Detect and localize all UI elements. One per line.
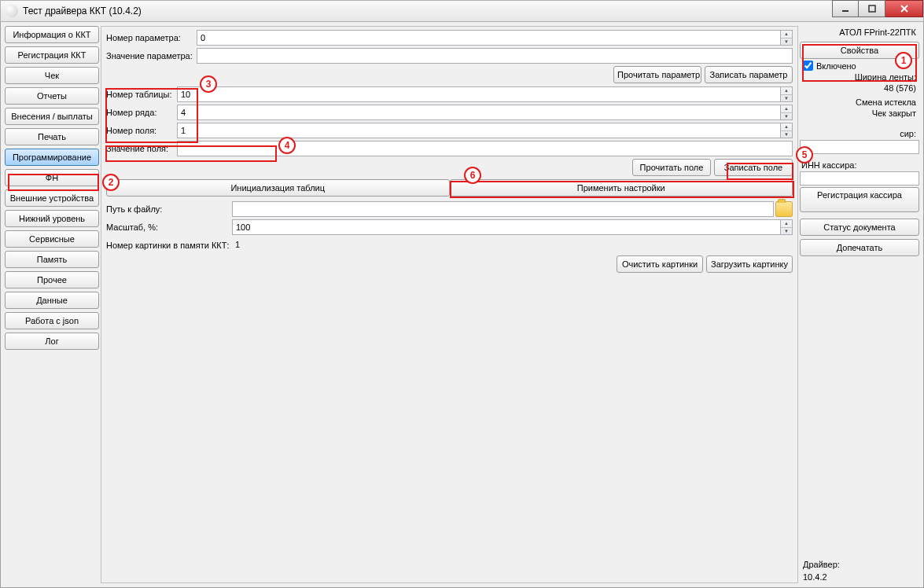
write-field-button[interactable]: Записать поле [714,159,793,176]
minimize-button[interactable] [832,0,859,17]
table-number-spinner[interactable]: ▲▼ [781,86,793,102]
sidebar-item-fn[interactable]: ФН [5,169,99,186]
enabled-label: Включено [816,61,856,71]
browse-folder-icon[interactable] [775,201,793,217]
field-value-input[interactable] [177,141,793,156]
window-titlebar: Тест драйвера ККТ (10.4.2) [0,0,924,22]
sidebar-item-lowlevel[interactable]: Нижний уровень [5,210,99,227]
cashier-input[interactable] [800,140,919,154]
row-number-input[interactable]: 4 [177,105,781,120]
field-number-input[interactable]: 1 [177,123,781,138]
param-number-spinner[interactable]: ▲▼ [781,30,793,46]
sidebar-item-other[interactable]: Прочее [5,271,99,288]
sidebar-item-payments[interactable]: Внесения / выплаты [5,108,99,125]
main-panel: Номер параметра: 0 ▲▼ Значение параметра… [101,26,798,583]
badge-5: 5 [796,146,813,164]
param-value-input[interactable] [197,48,793,64]
sidebar-item-check[interactable]: Чек [5,67,99,84]
scale-label: Масштаб, %: [106,222,232,232]
scale-spinner[interactable]: ▲▼ [781,219,793,235]
enabled-checkbox[interactable] [803,61,813,71]
shift-status: Смена истекла [800,97,919,107]
write-param-button[interactable]: Записать параметр [705,66,793,83]
sidebar-item-registration[interactable]: Регистрация ККТ [5,46,99,64]
read-param-button[interactable]: Прочитать параметр [613,66,701,83]
driver-version: 10.4.2 [800,571,919,583]
init-tables-button[interactable]: Инициализация таблиц [106,179,450,197]
badge-4: 4 [278,137,296,154]
scale-input[interactable]: 100 [232,219,781,235]
sidebar: Информация о ККТ Регистрация ККТ Чек Отч… [5,26,99,583]
device-name: АТОЛ FPrint-22ПТК [800,26,919,42]
field-value-label: Значение поля: [106,144,177,153]
sidebar-item-reports[interactable]: Отчеты [5,87,99,105]
maximize-button[interactable] [859,0,885,17]
register-cashier-button[interactable]: Регистрация кассира [800,187,919,212]
close-button[interactable] [885,0,923,17]
sidebar-item-data[interactable]: Данные [5,292,99,309]
sidebar-item-memory[interactable]: Память [5,251,99,268]
file-path-input[interactable] [232,201,774,217]
sidebar-item-external[interactable]: Внешние устройства [5,189,99,207]
badge-6: 6 [464,167,481,184]
cashier-inn-input[interactable] [800,171,919,186]
file-path-label: Путь к файлу: [106,204,232,214]
tape-width-value: 48 (576) [800,83,919,93]
check-status: Чек закрыт [800,108,919,118]
param-value-label: Значение параметра: [106,51,197,61]
driver-label: Драйвер: [800,558,919,571]
table-number-label: Номер таблицы: [106,90,177,99]
right-panel: АТОЛ FPrint-22ПТК Свойства Включено Шири… [800,26,919,583]
load-image-button[interactable]: Загрузить картинку [706,255,793,273]
image-number-label: Номер картинки в памяти ККТ: [106,241,232,250]
field-number-spinner[interactable]: ▲▼ [781,123,793,138]
table-number-input[interactable]: 10 [177,86,781,102]
sidebar-item-json[interactable]: Работа с json [5,312,99,329]
apply-settings-button[interactable]: Применить настройки [450,179,793,197]
reprint-button[interactable]: Допечатать [800,239,919,256]
badge-1: 1 [895,52,912,69]
sidebar-item-log[interactable]: Лог [5,333,99,350]
image-number-value: 1 [232,237,793,253]
sidebar-item-print[interactable]: Печать [5,128,99,145]
window-title: Тест драйвера ККТ (10.4.2) [23,6,142,17]
tape-width-label: Ширина ленты: [800,72,919,82]
param-number-input[interactable]: 0 [197,30,781,46]
clear-images-button[interactable]: Очистить картинки [617,255,703,273]
badge-3: 3 [200,75,217,93]
sidebar-item-programming[interactable]: Программирование [5,149,99,166]
badge-2: 2 [102,174,120,191]
param-number-label: Номер параметра: [106,33,197,42]
sidebar-item-info[interactable]: Информация о ККТ [5,26,99,43]
read-field-button[interactable]: Прочитать поле [632,159,711,176]
field-number-label: Номер поля: [106,126,177,135]
cashier-inn-label: ИНН кассира: [800,156,919,171]
row-number-label: Номер ряда: [106,108,177,117]
row-number-spinner[interactable]: ▲▼ [781,105,793,120]
cashier-label: сир: [800,124,919,140]
doc-status-button[interactable]: Статус документа [800,219,919,236]
sidebar-item-service[interactable]: Сервисные [5,230,99,248]
app-icon [6,5,18,17]
svg-rect-1 [869,6,875,12]
